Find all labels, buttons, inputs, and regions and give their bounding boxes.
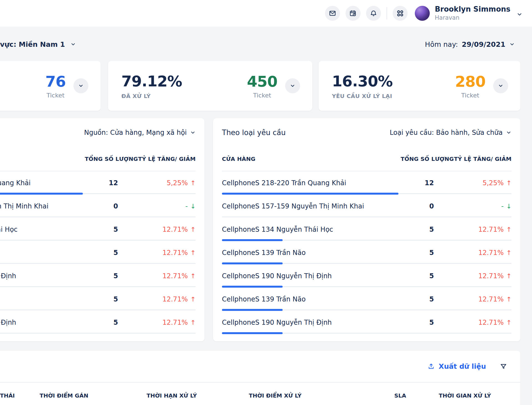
store-name: CellphoneS 157-159 Nguyễn Thị Minh Khai	[0, 202, 85, 210]
avatar[interactable]	[415, 6, 430, 21]
apps-button[interactable]	[393, 6, 408, 21]
store-name: CellphoneS 139 Trần Não	[222, 249, 401, 257]
trend-arrow-icon: ↑	[506, 296, 511, 303]
date-filter-dropdown[interactable]: Hôm nay: 29/09/2021	[425, 37, 515, 52]
row-change: -↓	[118, 202, 196, 210]
table-row: CellphoneS 134 Nguyễn Thái Học 5 12.71%↑	[0, 218, 196, 241]
store-name: CellphoneS 190 Nguyễn Thị Định	[0, 319, 85, 326]
chevron-down-icon	[509, 42, 515, 47]
stat-percent-label: ĐÃ XỬ LÝ	[121, 93, 182, 99]
progress-track	[0, 263, 196, 264]
col-processing-duration: THỜI GIAN XỬ LÝ	[439, 392, 491, 399]
user-menu-chevron-icon[interactable]	[516, 11, 523, 17]
panel-filter-label: Loại yêu cầu: Bảo hành, Sửa chữa	[390, 129, 503, 136]
trend-arrow-icon: ↑	[190, 296, 196, 303]
progress-track	[0, 216, 196, 217]
table-row: CellphoneS 139 Trần Não 5 12.71%↑	[0, 288, 196, 311]
trend-arrow-icon: ↑	[190, 319, 196, 326]
apps-grid-icon	[397, 10, 404, 17]
trend-arrow-icon: ↓	[506, 203, 511, 210]
row-total: 5	[401, 226, 434, 233]
chevron-down-icon	[498, 83, 503, 89]
row-change-value: 12.71%	[162, 226, 188, 233]
topbar-divider	[387, 7, 387, 19]
stat-number-block: 450 Ticket	[247, 73, 277, 99]
row-total: 0	[85, 202, 118, 210]
user-name: Brooklyn Simmons	[435, 5, 510, 14]
row-change: 12.71%↑	[434, 249, 511, 257]
table-toolbar: Xuất dữ liệu	[0, 351, 520, 383]
stat-expand-button[interactable]	[493, 78, 508, 93]
panel-head: Theo loại yêu cầu Loại yêu cầu: Bảo hành…	[222, 118, 511, 147]
mail-button[interactable]	[325, 6, 340, 21]
region-filter-dropdown[interactable]: vực: Miền Nam 1	[0, 37, 76, 52]
calendar-clock-icon	[349, 10, 357, 17]
row-change: 12.71%↑	[118, 295, 196, 303]
calendar-button[interactable]	[346, 6, 360, 21]
row-total: 5	[401, 272, 434, 280]
row-change-value: 12.71%	[478, 226, 504, 233]
stat-number-block: 76 Ticket	[45, 73, 66, 99]
row-change: 12.71%↑	[118, 319, 196, 326]
table-row: CellphoneS 190 Nguyễn Thị Định 5 12.71%↑	[0, 264, 196, 288]
table-row: CellphoneS 157-159 Nguyễn Thị Minh Khai …	[222, 195, 511, 218]
progress-fill	[222, 309, 283, 311]
chevron-down-icon	[70, 42, 76, 47]
store-name: CellphoneS 134 Nguyễn Thái Học	[222, 226, 401, 233]
col-processed-time: THỜI ĐIỂM XỬ LÝ	[249, 392, 301, 399]
row-change: 5,25%↑	[118, 179, 196, 187]
row-total: 0	[401, 202, 434, 210]
stat-card-right: 76 Ticket	[45, 73, 88, 99]
funnel-icon	[500, 363, 507, 370]
row-total: 5	[85, 319, 118, 326]
export-data-button[interactable]: Xuất dữ liệu	[426, 362, 488, 371]
col-sla: SLA	[394, 392, 406, 399]
progress-fill	[222, 286, 283, 288]
panel-filter-dropdown[interactable]: Loại yêu cầu: Bảo hành, Sửa chữa	[390, 129, 511, 136]
stat-expand-button[interactable]	[73, 78, 88, 93]
table-row: CellphoneS 157-159 Nguyễn Thị Minh Khai …	[0, 195, 196, 218]
table-rows: CellphoneS 218-220 Trần Quang Khải 12 5,…	[0, 171, 196, 334]
row-change-value: -	[501, 202, 504, 210]
trend-arrow-icon: ↑	[190, 249, 196, 256]
trend-arrow-icon: ↑	[190, 272, 196, 280]
row-change-value: 12.71%	[478, 272, 504, 280]
stats-panel-by-store: Nguồn: Cửa hàng, Mạng xã hội TỔNG SỐ LƯỢ…	[0, 118, 204, 341]
card-value: 76	[45, 73, 66, 90]
row-total: 12	[401, 179, 434, 187]
row-change-value: 12.71%	[162, 319, 188, 326]
trend-arrow-icon: ↑	[506, 319, 511, 326]
stat-card-left: 16.30% YÊU CẦU XỬ LÝ LẠI	[332, 73, 393, 99]
progress-fill	[222, 332, 283, 334]
filter-button[interactable]	[500, 363, 507, 370]
table-row: CellphoneS 190 Nguyễn Thị Định 5 12.71%↑	[222, 311, 511, 334]
panel-filter-dropdown[interactable]: Nguồn: Cửa hàng, Mạng xã hội	[84, 129, 196, 136]
trend-arrow-icon: ↑	[506, 249, 511, 256]
progress-track	[222, 216, 511, 217]
progress-track	[0, 309, 196, 310]
ticket-table-card: Xuất dữ liệu THÁI THỜI ĐIỂM GÁN THỜI HẠN…	[0, 351, 520, 405]
row-change-value: 12.71%	[478, 295, 504, 303]
stat-card-total: 76 Ticket	[0, 61, 101, 111]
row-change: 12.71%↑	[434, 272, 511, 280]
notifications-button[interactable]	[366, 6, 381, 21]
row-change: 12.71%↑	[118, 249, 196, 257]
region-filter-label: vực: Miền Nam 1	[0, 40, 65, 48]
col-change: TỶ LỆ TĂNG/ GIẢM	[118, 156, 196, 162]
card-unit: Ticket	[253, 92, 271, 99]
user-info[interactable]: Brooklyn Simmons Haravan	[435, 5, 510, 21]
panel-head: Nguồn: Cửa hàng, Mạng xã hội	[0, 118, 196, 147]
topbar-actions: Brooklyn Simmons Haravan	[325, 0, 523, 27]
stat-card-left: 79.12% ĐÃ XỬ LÝ	[121, 73, 182, 99]
stat-expand-button[interactable]	[285, 78, 300, 93]
dashboard-screen: Brooklyn Simmons Haravan vực: Miền Nam 1…	[0, 0, 532, 405]
row-change: 12.71%↑	[118, 226, 196, 233]
panel-filter-label: Nguồn: Cửa hàng, Mạng xã hội	[84, 129, 187, 136]
row-total: 5	[85, 272, 118, 280]
row-change-value: 12.71%	[162, 249, 188, 257]
table-row: CellphoneS 139 Trần Não 5 12.71%↑	[222, 288, 511, 311]
row-change: -↓	[434, 202, 511, 210]
column-headers: CỬA HÀNG TỔNG SỐ LƯỢNG TỶ LỆ TĂNG/ GIẢM	[222, 147, 511, 171]
stat-card-right: 280 Ticket	[455, 73, 508, 99]
topbar: Brooklyn Simmons Haravan	[0, 0, 532, 27]
